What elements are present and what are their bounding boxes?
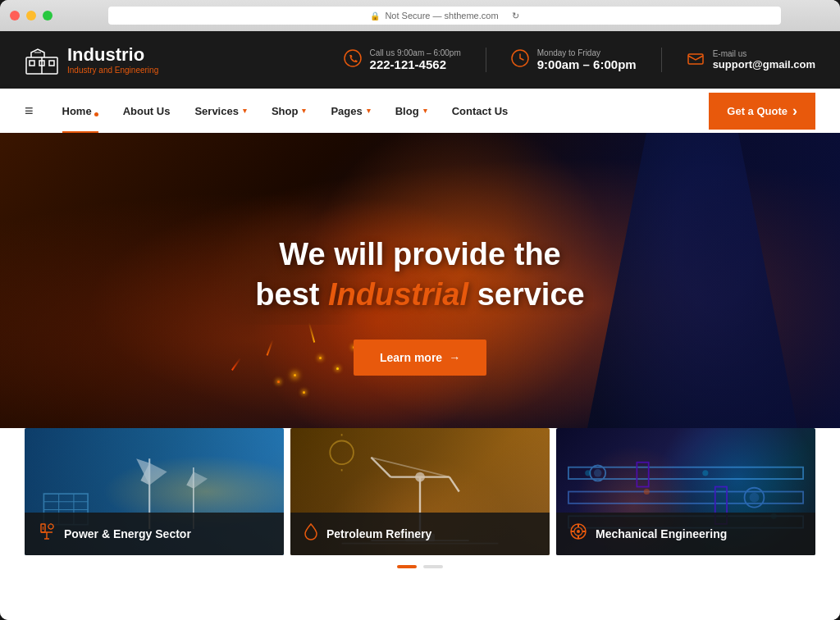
svg-rect-1	[30, 61, 34, 66]
petroleum-icon	[304, 522, 318, 545]
logo-tagline: Industry and Engineering	[67, 66, 158, 75]
services-grid: Power & Energy Sector	[25, 428, 815, 555]
nav-contact[interactable]: Contact Us	[440, 89, 521, 133]
svg-rect-38	[568, 492, 803, 504]
email-value: support@gmail.com	[713, 58, 815, 71]
hero-content: We will provide the best Industrial serv…	[239, 218, 600, 393]
svg-rect-40	[637, 463, 648, 487]
logo-icon	[25, 43, 59, 77]
nav-about[interactable]: About Us	[111, 89, 183, 133]
browser-maximize-btn[interactable]	[43, 11, 52, 21]
hours-label: Monday to Friday	[537, 48, 637, 57]
email-icon	[687, 49, 705, 71]
address-bar[interactable]: 🔒 Not Secure — shtheme.com ↻	[108, 7, 781, 25]
svg-point-6	[345, 50, 361, 66]
hero-btn-arrow: →	[449, 351, 460, 364]
divider-2	[661, 48, 662, 72]
browser-close-btn[interactable]	[10, 11, 20, 21]
svg-point-20	[48, 524, 53, 529]
blog-arrow: ▾	[423, 107, 427, 115]
clock-icon	[511, 49, 529, 71]
svg-rect-3	[49, 61, 54, 66]
logo-text: Industrio Industry and Engineering	[67, 45, 158, 74]
energy-icon	[38, 522, 56, 545]
service-card-mechanical[interactable]: Mechanical Engineering	[556, 428, 815, 555]
petroleum-label: Petroleum Refinery	[326, 527, 431, 540]
hours-text: Monday to Friday 9:00am – 6:00pm	[537, 48, 637, 71]
nav-home[interactable]: Home	[50, 89, 111, 133]
svg-point-46	[585, 470, 591, 476]
svg-point-47	[644, 489, 650, 495]
nav-home-dot	[94, 112, 98, 116]
hours-contact: Monday to Friday 9:00am – 6:00pm	[511, 48, 637, 71]
top-header: Industrio Industry and Engineering	[0, 31, 840, 89]
services-section: Power & Energy Sector	[0, 428, 840, 588]
site-wrapper: Industrio Industry and Engineering	[0, 31, 840, 620]
svg-point-34	[330, 441, 354, 465]
mechanical-footer: Mechanical Engineering	[556, 513, 815, 555]
browser-titlebar: 🔒 Not Secure — shtheme.com ↻	[0, 0, 840, 31]
phone-text: Call us 9:00am – 6:00pm 222-121-4562	[370, 48, 461, 71]
svg-line-28	[450, 477, 459, 492]
svg-point-43	[594, 469, 602, 477]
divider-1	[486, 48, 486, 72]
nav-blog[interactable]: Blog ▾	[383, 89, 440, 133]
mechanical-icon	[569, 522, 587, 545]
browser-minimize-btn[interactable]	[26, 11, 36, 21]
pages-arrow: ▾	[367, 107, 371, 115]
hero-title: We will provide the best Industrial serv…	[255, 235, 584, 316]
cta-label: Get a Quote	[727, 105, 788, 117]
email-text: E-mail us support@gmail.com	[713, 49, 815, 71]
browser-window: 🔒 Not Secure — shtheme.com ↻	[0, 0, 840, 620]
reload-btn[interactable]: ↻	[512, 11, 519, 21]
url-text: Not Secure — shtheme.com	[385, 11, 498, 21]
main-nav: ≡ Home About Us Services ▾ Shop	[0, 89, 840, 133]
pagination-dots	[25, 555, 815, 572]
hero-title-italic: Industrial	[328, 277, 468, 312]
hero-title-line2-suffix: service	[468, 277, 585, 312]
hamburger-btn[interactable]: ≡	[25, 103, 34, 120]
energy-label: Power & Energy Sector	[64, 527, 191, 540]
phone-label: Call us 9:00am – 6:00pm	[370, 48, 461, 57]
services-arrow: ▾	[243, 107, 247, 115]
petroleum-footer: Petroleum Refinery	[290, 513, 550, 555]
email-label: E-mail us	[713, 49, 815, 58]
cta-quote-button[interactable]: Get a Quote ›	[709, 93, 815, 130]
header-contacts: Call us 9:00am – 6:00pm 222-121-4562	[344, 48, 815, 72]
hero-section: We will provide the best Industrial serv…	[0, 133, 840, 477]
phone-value: 222-121-4562	[370, 57, 461, 71]
svg-line-29	[371, 458, 449, 477]
phone-contact: Call us 9:00am – 6:00pm 222-121-4562	[344, 48, 461, 71]
hours-value: 9:00am – 6:00pm	[537, 57, 637, 71]
svg-point-30	[415, 472, 425, 482]
phone-icon	[344, 49, 362, 71]
nav-shop[interactable]: Shop ▾	[259, 89, 319, 133]
browser-content: Industrio Industry and Engineering	[0, 31, 840, 620]
pagination-dot-1[interactable]	[397, 565, 417, 568]
logo-area[interactable]: Industrio Industry and Engineering	[25, 43, 158, 77]
hero-title-line2-prefix: best	[255, 277, 328, 312]
nav-links: Home About Us Services ▾ Shop ▾	[50, 89, 710, 133]
nav-pages[interactable]: Pages ▾	[318, 89, 382, 133]
service-card-petroleum[interactable]: Petroleum Refinery	[290, 428, 550, 555]
svg-point-45	[750, 493, 760, 503]
pagination-dot-2[interactable]	[423, 565, 443, 568]
svg-point-52	[577, 530, 580, 533]
svg-point-48	[702, 470, 708, 476]
cta-arrow-icon: ›	[792, 103, 797, 120]
hero-title-line1: We will provide the	[279, 237, 560, 271]
lock-icon: 🔒	[370, 11, 380, 21]
nav-services[interactable]: Services ▾	[182, 89, 259, 133]
svg-rect-8	[688, 54, 703, 64]
email-contact: E-mail us support@gmail.com	[687, 49, 815, 71]
service-card-energy[interactable]: Power & Energy Sector	[25, 428, 284, 555]
learn-more-button[interactable]: Learn more →	[354, 340, 486, 376]
hero-btn-label: Learn more	[380, 351, 442, 364]
mechanical-label: Mechanical Engineering	[596, 527, 727, 540]
shop-arrow: ▾	[302, 107, 306, 115]
energy-footer: Power & Energy Sector	[25, 513, 284, 555]
logo-name: Industrio	[67, 45, 158, 65]
